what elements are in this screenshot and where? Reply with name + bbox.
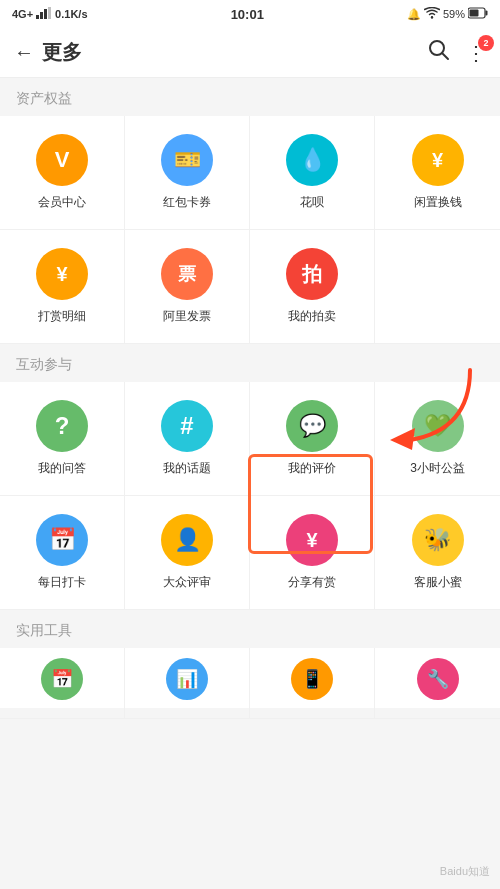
- massreview-label: 大众评审: [163, 574, 211, 591]
- grid-item-auction[interactable]: 拍 我的拍卖: [250, 230, 375, 344]
- battery-text: 59%: [443, 8, 465, 20]
- review-icon: 💬: [286, 400, 338, 452]
- grid-item-charity[interactable]: 💚 3小时公益: [375, 382, 500, 496]
- section-header-assets: 资产权益: [0, 78, 500, 116]
- status-bar: 4G+ 0.1K/s 10:01 🔔 59%: [0, 0, 500, 28]
- coupon-icon: 🎫: [161, 134, 213, 186]
- tool2-icon: 📊: [166, 658, 208, 700]
- grid-tools-row1: 📅 📊 📱 🔧: [0, 648, 500, 708]
- reward-label: 打赏明细: [38, 308, 86, 325]
- back-button[interactable]: ←: [14, 41, 34, 64]
- svg-rect-0: [36, 15, 39, 19]
- svg-rect-3: [48, 7, 51, 19]
- auction-label: 我的拍卖: [288, 308, 336, 325]
- status-right: 🔔 59%: [407, 7, 488, 21]
- carrier-text: 4G+: [12, 8, 33, 20]
- grid-item-tool2[interactable]: 📊: [125, 648, 250, 719]
- tool3-icon: 📱: [291, 658, 333, 700]
- tool4-icon: 🔧: [417, 658, 459, 700]
- qa-icon: ?: [36, 400, 88, 452]
- page-title: 更多: [42, 39, 428, 66]
- signal-icon: [36, 7, 52, 21]
- alarm-icon: 🔔: [407, 8, 421, 21]
- grid-item-share[interactable]: ¥ 分享有赏: [250, 496, 375, 610]
- grid-item-coupon[interactable]: 🎫 红包卡券: [125, 116, 250, 230]
- svg-rect-2: [44, 9, 47, 19]
- qa-label: 我的问答: [38, 460, 86, 477]
- section-header-tools: 实用工具: [0, 610, 500, 648]
- grid-item-checkin[interactable]: 📅 每日打卡: [0, 496, 125, 610]
- charity-label: 3小时公益: [410, 460, 465, 477]
- battery-icon: [468, 7, 488, 21]
- grid-item-tool1[interactable]: 📅: [0, 648, 125, 719]
- checkin-label: 每日打卡: [38, 574, 86, 591]
- grid-item-massreview[interactable]: 👤 大众评审: [125, 496, 250, 610]
- member-label: 会员中心: [38, 194, 86, 211]
- svg-point-4: [431, 16, 433, 18]
- topic-label: 我的话题: [163, 460, 211, 477]
- grid-interact-row1: ? 我的问答 # 我的话题 💬 我的评价 💚 3小时公益: [0, 382, 500, 496]
- more-badge: 2: [478, 35, 494, 51]
- grid-interact-row2: 📅 每日打卡 👤 大众评审 ¥ 分享有赏 🐝 客服小蜜: [0, 496, 500, 610]
- grid-item-huabei[interactable]: 💧 花呗: [250, 116, 375, 230]
- status-time: 10:01: [231, 7, 264, 22]
- grid-item-tool3[interactable]: 📱: [250, 648, 375, 719]
- share-icon: ¥: [286, 514, 338, 566]
- review-label: 我的评价: [288, 460, 336, 477]
- huabei-icon: 💧: [286, 134, 338, 186]
- topic-icon: #: [161, 400, 213, 452]
- more-button[interactable]: ⋮ 2: [466, 41, 486, 65]
- share-label: 分享有赏: [288, 574, 336, 591]
- invoice-icon: 票: [161, 248, 213, 300]
- grid-assets-row2: ¥ 打赏明细 票 阿里发票 拍 我的拍卖: [0, 230, 500, 344]
- grid-item-member[interactable]: V 会员中心: [0, 116, 125, 230]
- invoice-label: 阿里发票: [163, 308, 211, 325]
- huabei-label: 花呗: [300, 194, 324, 211]
- charity-icon: 💚: [412, 400, 464, 452]
- section-header-interact: 互动参与: [0, 344, 500, 382]
- grid-item-topic[interactable]: # 我的话题: [125, 382, 250, 496]
- search-button[interactable]: [428, 39, 450, 67]
- grid-item-empty1: [375, 230, 500, 344]
- wifi-icon: [424, 7, 440, 21]
- svg-rect-1: [40, 12, 43, 19]
- massreview-icon: 👤: [161, 514, 213, 566]
- service-label: 客服小蜜: [414, 574, 462, 591]
- exchange-icon: ¥: [412, 134, 464, 186]
- grid-item-tool4[interactable]: 🔧: [375, 648, 500, 719]
- grid-item-review[interactable]: 💬 我的评价: [250, 382, 375, 496]
- svg-rect-7: [470, 10, 479, 17]
- nav-bar: ← 更多 ⋮ 2: [0, 28, 500, 78]
- grid-item-service[interactable]: 🐝 客服小蜜: [375, 496, 500, 610]
- exchange-label: 闲置换钱: [414, 194, 462, 211]
- service-icon: 🐝: [412, 514, 464, 566]
- checkin-icon: 📅: [36, 514, 88, 566]
- member-icon: V: [36, 134, 88, 186]
- grid-item-reward[interactable]: ¥ 打赏明细: [0, 230, 125, 344]
- svg-rect-6: [486, 11, 488, 16]
- auction-icon: 拍: [286, 248, 338, 300]
- status-left: 4G+ 0.1K/s: [12, 7, 88, 21]
- speed-text: 0.1K/s: [55, 8, 87, 20]
- coupon-label: 红包卡券: [163, 194, 211, 211]
- grid-item-invoice[interactable]: 票 阿里发票: [125, 230, 250, 344]
- reward-icon: ¥: [36, 248, 88, 300]
- grid-assets-row1: V 会员中心 🎫 红包卡券 💧 花呗 ¥ 闲置换钱: [0, 116, 500, 230]
- tool1-icon: 📅: [41, 658, 83, 700]
- grid-item-qa[interactable]: ? 我的问答: [0, 382, 125, 496]
- grid-item-exchange[interactable]: ¥ 闲置换钱: [375, 116, 500, 230]
- svg-line-9: [442, 53, 448, 59]
- watermark: Baidu知道: [440, 864, 490, 879]
